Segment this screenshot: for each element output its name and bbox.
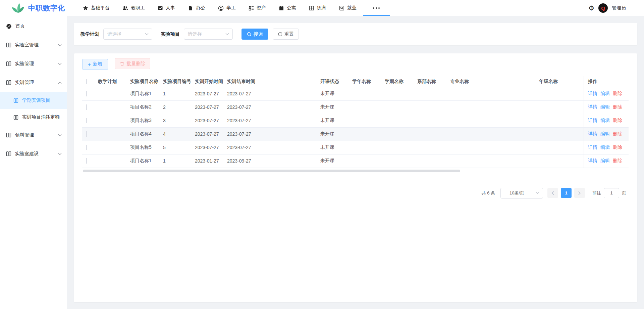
chevron-up-icon	[58, 82, 62, 84]
brand-logo[interactable]: 中职数字化	[0, 3, 71, 13]
edit-link[interactable]: 编辑	[600, 91, 610, 97]
nav-item-hr[interactable]: 人事	[151, 0, 181, 16]
delete-link[interactable]: 删除	[613, 104, 622, 110]
book-icon	[13, 115, 18, 120]
sidebar-item-experiment-mgmt[interactable]: 实验管理	[0, 54, 67, 73]
brand-title: 中职数字化	[28, 3, 65, 13]
plan-select[interactable]: 请选择	[103, 29, 152, 40]
row-checkbox[interactable]	[86, 131, 87, 137]
reset-button[interactable]: 重置	[273, 29, 299, 40]
edit-link[interactable]: 编辑	[600, 104, 610, 110]
avatar[interactable]: Q	[598, 3, 608, 13]
nav-item-assets[interactable]: 资产	[242, 0, 272, 16]
top-navbar: 中职数字化 基础平台 教职工 人事 办公 学工	[0, 0, 644, 16]
detail-link[interactable]: 详情	[588, 131, 597, 137]
sidebar-item-lab-construction[interactable]: 实验室建设	[0, 144, 67, 163]
chevron-down-icon	[145, 33, 149, 35]
horizontal-scrollbar[interactable]	[83, 170, 460, 172]
ellipsis-icon	[373, 7, 380, 9]
table-header-row: 教学计划 实验项目名称 实验项目编号 实训开始时间 实训结束时间 开课状态 学年…	[82, 76, 629, 87]
col-header-start-time: 实训开始时间	[195, 79, 227, 85]
apartment-icon	[279, 5, 284, 11]
table-row: 项目名称5 5 2023-07-27 2023-07-27 未开课 详情 编辑 …	[82, 141, 629, 154]
nav-item-employment[interactable]: 就业	[333, 0, 363, 16]
next-page-button[interactable]	[574, 188, 585, 198]
delete-link[interactable]: 删除	[613, 158, 622, 164]
prev-page-button[interactable]	[547, 188, 558, 198]
chevron-left-icon	[551, 191, 554, 195]
goto-page-input[interactable]	[604, 188, 619, 198]
select-all-checkbox[interactable]	[86, 79, 87, 84]
refresh-icon	[278, 32, 282, 37]
table-row: 项目名称1 1 2023-01-27 2023-09-27 未开课 详情 编辑 …	[82, 154, 629, 168]
delete-link[interactable]: 删除	[613, 144, 622, 150]
chevron-down-icon	[58, 134, 62, 136]
nav-item-more[interactable]	[363, 0, 390, 16]
detail-link[interactable]: 详情	[588, 158, 597, 164]
book-icon	[13, 98, 18, 103]
top-nav-menu: 基础平台 教职工 人事 办公 学工 资产	[76, 0, 390, 16]
edit-link[interactable]: 编辑	[600, 158, 610, 164]
table-row: 项目名称2 2 2023-07-27 2023-07-27 未开课 详情 编辑 …	[82, 101, 629, 114]
row-checkbox[interactable]	[86, 91, 87, 96]
horizontal-scrollbar-track	[82, 170, 584, 172]
office-doc-icon	[188, 5, 193, 11]
add-button[interactable]: + 新增	[82, 59, 108, 70]
chevron-right-icon	[578, 191, 581, 195]
sidebar-item-home[interactable]: 首页	[0, 17, 67, 36]
row-checkbox[interactable]	[86, 104, 87, 110]
chevron-down-icon	[58, 44, 62, 46]
search-button[interactable]: 搜索	[241, 29, 268, 40]
delete-link[interactable]: 删除	[613, 91, 622, 97]
sidebar-item-material-mgmt[interactable]: 领料管理	[0, 126, 67, 144]
row-checkbox[interactable]	[86, 158, 87, 164]
detail-link[interactable]: 详情	[588, 118, 597, 124]
col-header-project-code: 实验项目编号	[163, 79, 195, 85]
sidebar-item-semester-training-projects[interactable]: 学期实训项目	[0, 92, 67, 109]
plus-icon: +	[88, 61, 91, 67]
admin-username[interactable]: 管理员	[612, 5, 626, 11]
col-header-plan: 教学计划	[98, 79, 130, 85]
current-page-button[interactable]: 1	[561, 188, 572, 198]
filter-bar: 教学计划 请选择 实验项目 请选择 搜索 重置	[74, 23, 637, 45]
nav-item-platform[interactable]: 基础平台	[76, 0, 116, 16]
project-filter-label: 实验项目	[161, 31, 180, 37]
detail-link[interactable]: 详情	[588, 104, 597, 110]
hr-card-icon	[158, 5, 163, 11]
book-icon	[6, 61, 11, 67]
delete-link[interactable]: 删除	[613, 118, 622, 124]
main-content: 教学计划 请选择 实验项目 请选择 搜索 重置 +	[67, 16, 644, 309]
batch-delete-button[interactable]: 批量删除	[115, 58, 150, 69]
nav-item-student[interactable]: 学工	[212, 0, 242, 16]
gear-icon[interactable]: ⚙	[588, 5, 594, 11]
detail-link[interactable]: 详情	[588, 91, 597, 97]
book-icon	[6, 42, 11, 48]
page-size-select[interactable]: 10条/页	[500, 188, 543, 198]
book-icon	[6, 132, 11, 138]
navbar-right: ⚙ Q 管理员	[588, 3, 644, 13]
book-icon	[6, 80, 11, 85]
moral-grid-icon	[309, 5, 314, 11]
nav-item-moral[interactable]: 德育	[303, 0, 333, 16]
edit-link[interactable]: 编辑	[600, 118, 610, 124]
nav-item-apartment[interactable]: 公寓	[272, 0, 303, 16]
sidebar-item-training-mgmt[interactable]: 实训管理	[0, 73, 67, 92]
total-count: 共 6 条	[482, 190, 495, 196]
row-checkbox[interactable]	[86, 118, 87, 123]
row-checkbox[interactable]	[86, 145, 87, 150]
delete-link[interactable]: 删除	[613, 131, 622, 137]
sidebar-item-training-consumption-quota[interactable]: 实训项目消耗定额	[0, 109, 67, 126]
training-projects-table: 教学计划 实验项目名称 实验项目编号 实训开始时间 实训结束时间 开课状态 学年…	[82, 76, 629, 168]
table-row: 项目名称4 4 2023-07-27 2023-07-27 未开课 详情 编辑 …	[82, 128, 629, 141]
col-header-end-time: 实训结束时间	[227, 79, 320, 85]
edit-link[interactable]: 编辑	[600, 144, 610, 150]
detail-link[interactable]: 详情	[588, 144, 597, 150]
nav-item-staff[interactable]: 教职工	[116, 0, 151, 16]
edit-link[interactable]: 编辑	[600, 131, 610, 137]
nav-item-office[interactable]: 办公	[181, 0, 212, 16]
sidebar-item-lab-room-mgmt[interactable]: 实验室管理	[0, 36, 67, 54]
assets-tree-icon	[249, 5, 254, 11]
trash-icon	[120, 61, 124, 66]
table-row: 项目名称1 1 2023-07-27 2023-07-27 未开课 详情 编辑 …	[82, 87, 629, 101]
project-select[interactable]: 请选择	[184, 29, 233, 40]
